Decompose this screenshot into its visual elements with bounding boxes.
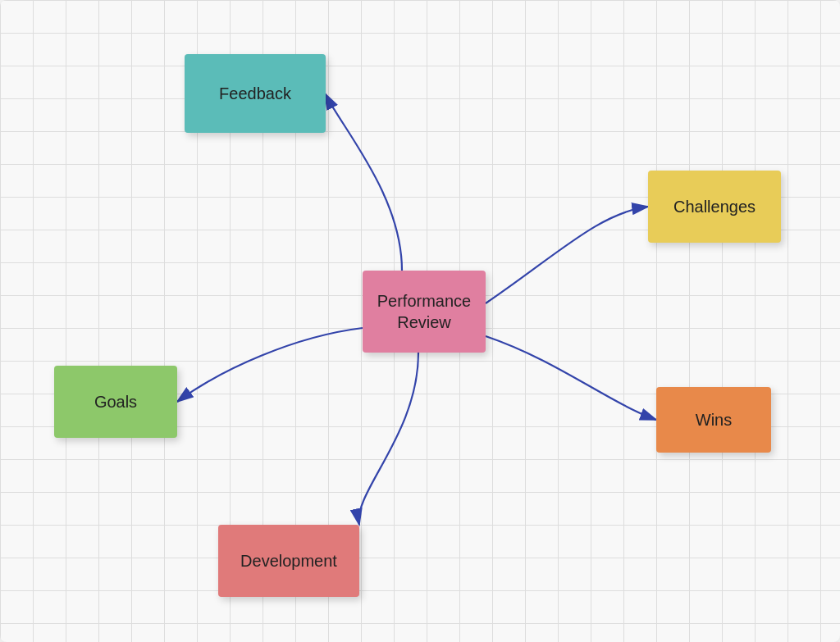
arrow-center-to-feedback (325, 93, 402, 271)
arrow-center-to-goals (177, 328, 363, 402)
arrow-center-to-challenges (486, 207, 648, 303)
mind-map-canvas: Performance Review Feedback Challenges G… (0, 0, 840, 642)
arrow-center-to-wins (486, 336, 656, 420)
node-wins[interactable]: Wins (656, 387, 771, 453)
arrow-center-to-development (358, 353, 418, 525)
node-development[interactable]: Development (218, 525, 359, 597)
node-goals[interactable]: Goals (54, 366, 177, 438)
node-challenges[interactable]: Challenges (648, 171, 781, 243)
node-center[interactable]: Performance Review (363, 271, 486, 353)
node-feedback[interactable]: Feedback (185, 54, 326, 133)
